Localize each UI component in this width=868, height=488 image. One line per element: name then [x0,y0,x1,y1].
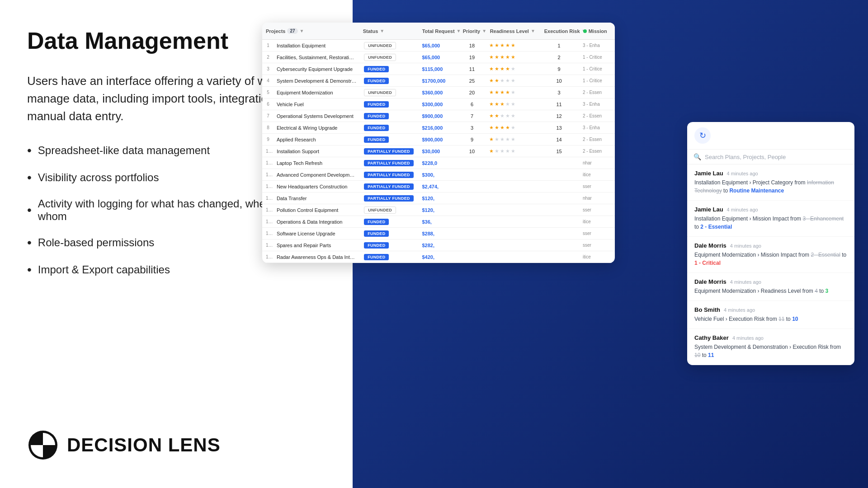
risk-cell: 3 [539,90,579,95]
amount-cell[interactable]: $216,000 [418,125,458,131]
status-filter-icon[interactable]: ▼ [380,28,384,33]
status-dropdown-arrow[interactable]: ▼ [390,220,393,224]
table-row[interactable]: 12 Advanced Component Development & Prot… [262,169,615,181]
filled-star: ★ [489,54,494,60]
status-dropdown-arrow[interactable]: ▼ [390,79,393,83]
amount-cell[interactable]: $300,000 [418,102,458,107]
activity-item: Jamie Lau 4 minutes ago Installation Equ… [687,201,854,237]
amount-cell[interactable]: $300, [418,172,458,178]
status-badge: FUNDED [364,219,389,225]
table-row[interactable]: 2 Facilities, Sustainment, Restoration &… [262,52,615,63]
table-row[interactable]: 11 Laptop Tech Refresh PARTIALLY FUNDED … [262,157,615,169]
status-dropdown-arrow[interactable]: ▼ [415,196,418,200]
priority-cell: 9 [458,137,485,142]
amount-cell[interactable]: $2,474, [418,184,458,189]
filled-star: ★ [495,101,499,107]
status-badge: FUNDED [364,136,389,143]
status-dropdown-arrow[interactable]: ▼ [415,161,418,165]
status-dropdown-arrow[interactable]: ▼ [415,149,418,153]
table-row[interactable]: 10 Installation Support PARTIALLY FUNDED… [262,145,615,157]
mission-cell: 3 - Enha [579,125,615,130]
table-row[interactable]: 9 Applied Research FUNDED ▼ $900,000 9 ★… [262,134,615,145]
amount-cell[interactable]: $420, [418,254,458,260]
status-cell: PARTIALLY FUNDED ▼ [360,148,418,155]
project-name: Cybersecurity Equipment Upgrade [273,66,360,72]
status-dropdown-arrow[interactable]: ▼ [390,114,393,118]
status-dropdown-arrow[interactable]: ▼ [390,255,393,259]
amount-cell[interactable]: $900,000 [418,137,458,142]
empty-star: ★ [495,148,499,154]
table-row[interactable]: 14 Data Transfer PARTIALLY FUNDED ▼ $120… [262,192,615,204]
table-row[interactable]: 8 Electrical & Wiring Upgrade FUNDED ▼ $… [262,122,615,134]
status-badge: UNFUNDED [364,89,396,96]
row-number: 4 [262,78,273,83]
empty-star: ★ [511,101,515,107]
amount-cell[interactable]: $360,000 [418,90,458,95]
search-box[interactable]: 🔍 Search Plans, Projects, People [687,150,854,164]
status-dropdown-arrow[interactable]: ▼ [390,137,393,141]
projects-filter-icon[interactable]: ▼ [300,28,304,33]
bullet-item: Import & Export capabilities [27,263,326,277]
table-row[interactable]: 3 Cybersecurity Equipment Upgrade FUNDED… [262,63,615,75]
project-name: Pollution Control Equipment [273,207,360,213]
risk-cell: 10 [539,78,579,84]
status-dropdown-arrow[interactable]: ▼ [415,184,418,188]
empty-star: ★ [505,113,510,119]
risk-cell: 11 [539,102,579,107]
status-dropdown-arrow[interactable]: ▼ [415,173,418,177]
amount-cell[interactable]: $120, [418,196,458,201]
refresh-icon[interactable]: ↻ [694,127,711,144]
th-risk: Execution Risk ▼ [539,26,580,36]
amount-cell[interactable]: $115,000 [418,66,458,72]
table-row[interactable]: 17 Software License Upgrade FUNDED ▼ $28… [262,228,615,239]
status-dropdown-arrow[interactable]: ▼ [390,126,393,130]
status-dropdown-arrow[interactable]: ▼ [390,102,393,106]
filled-star: ★ [500,42,505,48]
table-row[interactable]: 15 Pollution Control Equipment UNFUNDED … [262,204,615,216]
amount-cell[interactable]: $65,000 [418,43,458,48]
activity-meta: Bo Smith 4 minutes ago [694,306,847,313]
amount-cell[interactable]: $282, [418,243,458,248]
risk-cell: 1 [539,43,579,48]
activity-item: Jamie Lau 4 minutes ago Installation Equ… [687,164,854,201]
status-badge-container: PARTIALLY FUNDED ▼ [364,160,415,166]
status-dropdown-arrow[interactable]: ▼ [390,231,393,235]
table-row[interactable]: 4 System Development & Demonstration FUN… [262,75,615,87]
empty-star: ★ [495,136,499,142]
amount-cell[interactable]: $120, [418,207,458,213]
filled-star: ★ [505,66,510,72]
amount-cell[interactable]: $36, [418,219,458,225]
table-row[interactable]: 7 Operational Systems Development FUNDED… [262,110,615,122]
amount-cell[interactable]: $288, [418,231,458,236]
filled-star: ★ [495,78,499,84]
status-badge-container: FUNDED ▼ [364,101,415,108]
activity-item: Cathy Baker 4 minutes ago System Develop… [687,329,854,365]
status-cell: FUNDED ▼ [360,230,418,237]
project-name: Facilities, Sustainment, Restoration & M… [273,55,360,60]
status-dropdown-arrow[interactable]: ▼ [390,67,393,71]
status-badge-container: UNFUNDED [364,206,415,214]
table-row[interactable]: 13 New Headquarters Construction PARTIAL… [262,181,615,192]
filled-star: ★ [511,54,515,60]
table-row[interactable]: 16 Operations & Data Integration FUNDED … [262,216,615,228]
table-row[interactable]: 1 Installation Equipment UNFUNDED $65,00… [262,40,615,52]
search-placeholder: Search Plans, Projects, People [705,154,786,160]
mission-cell: sser [579,207,615,212]
table-row[interactable]: 19 Radar Awareness Ops & Data Integratio… [262,251,615,263]
project-name: Electrical & Wiring Upgrade [273,125,360,131]
empty-star: ★ [500,148,505,154]
status-dropdown-arrow[interactable]: ▼ [390,243,393,247]
table-row[interactable]: 18 Spares and Repair Parts FUNDED ▼ $282… [262,239,615,251]
amount-cell[interactable]: $228,0 [418,160,458,166]
table-row[interactable]: 6 Vehicle Fuel FUNDED ▼ $300,000 6 ★★★★★… [262,99,615,110]
amount-cell[interactable]: $1700,000 [418,78,458,84]
readiness-filter-icon[interactable]: ▼ [531,28,535,33]
amount-cell[interactable]: $30,000 [418,149,458,154]
status-cell: FUNDED ▼ [360,219,418,225]
table-row[interactable]: 5 Equipment Modernization UNFUNDED $360,… [262,87,615,99]
status-badge-container: FUNDED ▼ [364,136,415,143]
amount-cell[interactable]: $65,000 [418,55,458,60]
status-badge-container: FUNDED ▼ [364,254,415,260]
amount-cell[interactable]: $900,000 [418,113,458,119]
status-badge-container: PARTIALLY FUNDED ▼ [364,172,415,178]
